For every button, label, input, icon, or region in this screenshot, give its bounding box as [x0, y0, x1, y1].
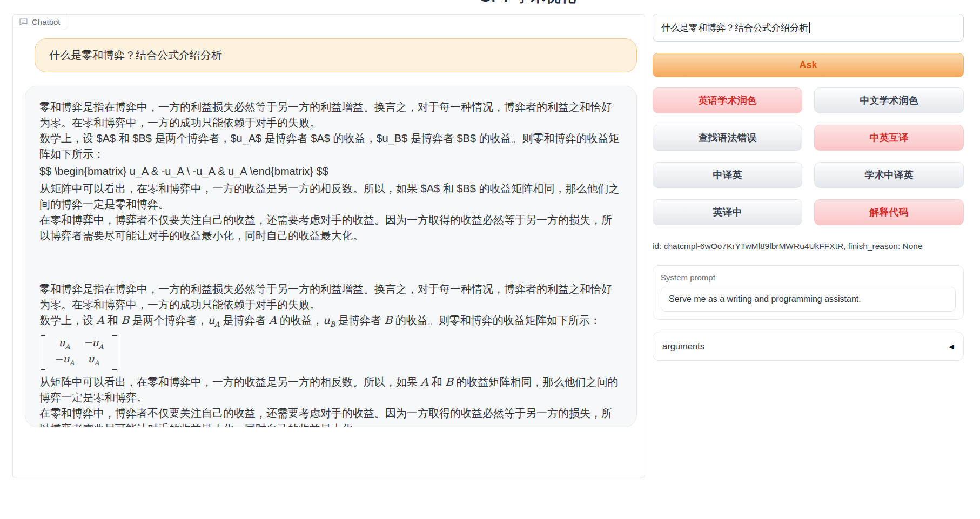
- chatbot-label: Chatbot: [32, 17, 61, 26]
- bot-message-raw-block: 零和博弈是指在博弈中，一方的利益损失必然等于另一方的利益增益。换言之，对于每一种…: [39, 99, 622, 244]
- function-button-grid: 英语学术润色中文学术润色查找语法错误中英互译中译英学术中译英英译中解释代码: [653, 87, 964, 225]
- matrix-row: −uAuA: [50, 353, 108, 369]
- accordion-collapse-icon: ◀: [949, 342, 954, 351]
- text-cursor: [809, 22, 810, 33]
- chatbot-panel: Chatbot 什么是零和博弈？结合公式介绍分析 零和博弈是指在博弈中，一方的利…: [12, 14, 645, 478]
- bot-paragraph: 在零和博弈中，博弈者不仅要关注自己的收益，还需要考虑对手的收益。因为一方取得的收…: [39, 406, 622, 427]
- function-button[interactable]: 查找语法错误: [653, 125, 802, 151]
- bot-paragraph: 在零和博弈中，博弈者不仅要关注自己的收益，还需要考虑对手的收益。因为一方取得的收…: [39, 212, 622, 244]
- status-line: id: chatcmpl-6wOo7KrYTwMl89lbrMWRu4UkFFX…: [653, 241, 964, 251]
- matrix-cell: −uA: [50, 353, 79, 369]
- matrix-cell: −uA: [79, 336, 108, 353]
- system-prompt-input[interactable]: Serve me as a writing and programming as…: [661, 287, 956, 312]
- function-button[interactable]: 英译中: [653, 199, 802, 225]
- bot-paragraph: 从矩阵中可以看出，在零和博弈中，一方的收益是另一方的相反数。所以，如果 A 和 …: [39, 374, 622, 406]
- bot-paragraph: 数学上，设 $A$ 和 $B$ 是两个博弈者，$u_A$ 是博弈者 $A$ 的收…: [39, 131, 622, 162]
- control-panel: 什么是零和博弈？结合公式介绍分析 Ask 英语学术润色中文学术润色查找语法错误中…: [653, 14, 964, 361]
- chat-bubble-icon: [19, 17, 28, 26]
- function-button[interactable]: 英语学术润色: [653, 87, 802, 113]
- bot-paragraph: 从矩阵中可以看出，在零和博弈中，一方的收益是另一方的相反数。所以，如果 $A$ …: [39, 181, 622, 212]
- user-message-text: 什么是零和博弈？结合公式介绍分析: [49, 48, 222, 63]
- matrix-formula: uA−uA−uAuA: [41, 335, 117, 370]
- bot-paragraph: 数学上，设 A 和 B 是两个博弈者，uA 是博弈者 A 的收益，uB 是博弈者…: [39, 313, 622, 332]
- system-prompt-group: System prompt Serve me as a writing and …: [653, 265, 964, 320]
- function-button[interactable]: 中英互译: [814, 125, 964, 151]
- function-button[interactable]: 学术中译英: [814, 162, 964, 188]
- bot-paragraph: 零和博弈是指在博弈中，一方的利益损失必然等于另一方的利益增益。换言之，对于每一种…: [39, 99, 622, 131]
- ask-button[interactable]: Ask: [653, 53, 964, 77]
- bot-latex-line: $$ \begin{bmatrix} u_A & -u_A \ -u_A & u…: [39, 164, 622, 179]
- matrix-left-bracket: [41, 335, 45, 370]
- page-title: GPT 学术优化: [476, 0, 579, 5]
- matrix-row: uA−uA: [50, 336, 108, 353]
- system-prompt-label: System prompt: [661, 273, 956, 282]
- arguments-accordion[interactable]: arguments ◀: [653, 332, 964, 361]
- arguments-accordion-label: arguments: [662, 341, 704, 352]
- user-message-bubble: 什么是零和博弈？结合公式介绍分析: [35, 38, 637, 72]
- system-prompt-value: Serve me as a writing and programming as…: [669, 294, 861, 304]
- bot-paragraph: 零和博弈是指在博弈中，一方的利益损失必然等于另一方的利益增益。换言之，对于每一种…: [39, 281, 622, 313]
- function-button[interactable]: 解释代码: [814, 199, 964, 225]
- function-button[interactable]: 中译英: [653, 162, 802, 188]
- matrix-cell: uA: [79, 353, 108, 369]
- question-input-value: 什么是零和博弈？结合公式介绍分析: [661, 22, 808, 34]
- bot-message-rendered-block: 零和博弈是指在博弈中，一方的利益损失必然等于另一方的利益增益。换言之，对于每一种…: [39, 281, 622, 427]
- block-gap: [39, 244, 622, 281]
- function-button[interactable]: 中文学术润色: [814, 87, 964, 113]
- matrix-cell: uA: [50, 336, 79, 353]
- bot-message-bubble: 零和博弈是指在博弈中，一方的利益损失必然等于另一方的利益增益。换言之，对于每一种…: [25, 86, 637, 427]
- chatbot-label-chip: Chatbot: [12, 14, 68, 30]
- question-input[interactable]: 什么是零和博弈？结合公式介绍分析: [653, 14, 964, 42]
- matrix-right-bracket: [112, 335, 117, 370]
